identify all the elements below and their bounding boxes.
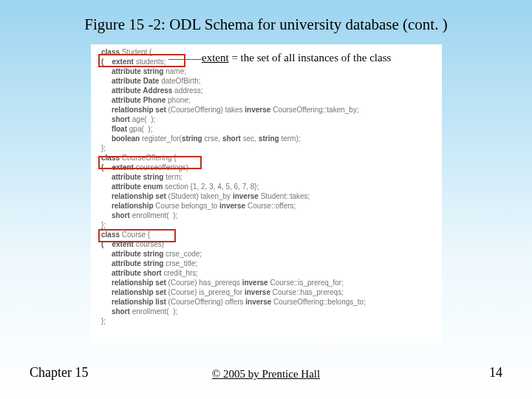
highlight-box-courseoffering-extent <box>98 156 202 169</box>
highlight-box-student-extent <box>98 54 185 67</box>
callout-text: = the set of all instances of the class <box>229 52 392 64</box>
odl-code-block: class Student { ( extent students; attri… <box>101 47 366 326</box>
copyright-text: © 2005 by Prentice Hall <box>0 368 532 381</box>
callout-keyword: extent <box>202 52 229 64</box>
slide-title: Figure 15 -2: ODL Schema for university … <box>0 16 532 34</box>
extent-callout: extent = the set of all instances of the… <box>202 52 391 64</box>
highlight-box-course-extent <box>98 229 176 242</box>
callout-connector <box>168 59 202 60</box>
page-number: 14 <box>489 365 502 381</box>
